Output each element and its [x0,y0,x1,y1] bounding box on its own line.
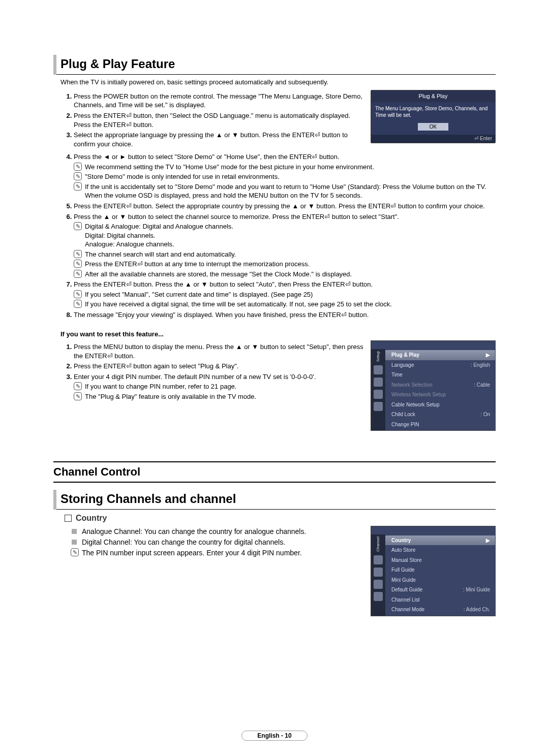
reset-step-3: Enter your 4 digit PIN number. The defau… [74,372,364,401]
note-icon: ✎ [74,392,82,400]
intro-text: When the TV is initially powered on, bas… [53,75,496,90]
tab-icon[interactable] [374,580,383,589]
note-4a: ✎We recommend setting the TV to "Home Us… [74,163,496,172]
tab-icon[interactable] [374,568,383,577]
tab-icon[interactable] [374,365,383,374]
tab-icon[interactable] [374,592,383,601]
checkbox-icon [65,515,72,522]
menu-item-language[interactable]: Language: English [385,360,495,370]
osd-ok-button[interactable]: OK [418,123,448,131]
step-5: Press the ENTER⏎ button. Select the appr… [74,202,496,211]
note-4b: ✎"Store Demo" mode is only intended for … [74,172,496,181]
setup-menu: Setup Plug & Play▶ Language: English Tim… [371,340,496,431]
steps-list-top: Press the POWER button on the remote con… [60,92,364,148]
menu-item-full-guide[interactable]: Full Guide [385,565,495,575]
bullet-digital: Digital Channel: You can change the coun… [71,538,364,547]
reset-step-1: Press the MENU button to display the men… [74,342,364,360]
menu-item-child-lock[interactable]: Child Lock: On [385,410,495,420]
menu-top-bar [371,341,495,349]
note-7a: ✎If you select "Manual", "Set current da… [74,290,496,299]
note-6b: ✎The channel search will start and end a… [74,250,496,259]
note-6d: ✎After all the available channels are st… [74,270,496,279]
step-3: Select the appropriate language by press… [74,131,364,148]
osd-popup-title: Plug & Play [371,90,495,102]
tab-label-setup: Setup [376,351,381,362]
tab-icon[interactable] [374,402,383,411]
note-icon: ✎ [71,548,79,556]
tab-icon[interactable] [374,390,383,399]
note-icon: ✎ [74,300,82,308]
step-1: Press the POWER button on the remote con… [74,92,364,110]
note-icon: ✎ [74,182,82,191]
note-icon: ✎ [74,382,82,390]
step-4: Press the ◄ or ► button to select "Store… [74,152,496,200]
note-pin: ✎The PIN number input screen appears. En… [71,548,364,558]
menu-top-bar [371,526,495,534]
menu-item-plug-play[interactable]: Plug & Play▶ [385,350,495,360]
menu-item-mini-guide[interactable]: Mini Guide [385,575,495,585]
note-icon: ✎ [74,163,82,171]
country-row: Analogue Channel: You can change the cou… [53,526,496,616]
menu-item-default-guide[interactable]: Default Guide: Mini Guide [385,585,495,595]
step-7: Press the ENTER⏎ button. Press the ▲ or … [74,280,496,309]
menu-tabs: Channel [371,534,385,616]
osd-enter-hint: ⏎ Enter [371,135,495,143]
chevron-right-icon: ▶ [486,537,490,544]
heading-text: Storing Channels and channel [56,490,496,510]
bullet-analogue: Analogue Channel: You can change the cou… [71,527,364,537]
reset-step-2: Press the ENTER⏎ button again to select … [74,362,364,371]
heading-plug-play: Plug & Play Feature [53,55,496,75]
step-8: The message "Enjoy your viewing" is disp… [74,310,496,320]
bullet-icon [72,529,77,534]
note-icon: ✎ [74,270,82,278]
menu-item-channel-list[interactable]: Channel List [385,595,495,605]
note-7b: ✎If you have received a digital signal, … [74,300,496,309]
menu-item-country[interactable]: Country▶ [385,536,495,546]
chevron-right-icon: ▶ [486,352,490,359]
channel-menu: Channel Country▶ Auto Store Manual Store… [371,526,496,616]
note-6c: ✎Press the ENTER⏎ button at any time to … [74,260,496,269]
heading-storing-channels: Storing Channels and channel [53,490,496,510]
bullet-icon [72,540,77,545]
osd-popup: Plug & Play The Menu Language, Store Dem… [371,90,496,143]
channel-menu-items: Country▶ Auto Store Manual Store Full Gu… [385,534,495,616]
note-icon: ✎ [74,250,82,258]
reset-header: If you want to reset this feature... [60,330,496,339]
note-r3b: ✎The "Plug & Play" feature is only avail… [74,392,364,401]
reset-steps: Press the MENU button to display the men… [60,342,364,401]
tab-label-channel: Channel [376,537,381,552]
reset-row: Press the MENU button to display the men… [53,340,496,431]
subheading-country: Country [65,513,496,524]
step-6: Press the ▲ or ▼ button to select the ch… [74,212,496,279]
steps-with-popup-row: Press the POWER button on the remote con… [53,90,496,150]
note-4c: ✎If the unit is accidentally set to "Sto… [74,182,496,200]
menu-item-manual-store[interactable]: Manual Store [385,555,495,565]
note-icon: ✎ [74,172,82,180]
page-footer: English - 10 [0,731,549,741]
steps-list-cont: Press the ◄ or ► button to select "Store… [60,152,496,319]
note-icon: ✎ [74,290,82,298]
tab-icon[interactable] [374,377,383,387]
note-icon: ✎ [74,222,82,230]
menu-item-time[interactable]: Time [385,370,495,380]
note-6a: ✎ Digital & Analogue: Digital and Analog… [74,222,496,249]
osd-popup-message: The Menu Language, Store Demo, Channels,… [371,102,495,123]
setup-menu-items: Plug & Play▶ Language: English Time Netw… [385,349,495,430]
heading-channel-control: Channel Control [53,461,496,483]
heading-text: Plug & Play Feature [56,55,496,75]
menu-tabs: Setup [371,349,385,430]
note-icon: ✎ [74,260,82,268]
menu-item-auto-store[interactable]: Auto Store [385,545,495,555]
tab-icon[interactable] [374,555,383,564]
menu-item-channel-mode[interactable]: Channel Mode: Added Ch. [385,605,495,615]
step-2: Press the ENTER⏎ button, then "Select th… [74,111,364,129]
menu-item-network-selection: Network Selection: Cable [385,380,495,390]
menu-item-wireless-setup: Wireless Network Setup [385,390,495,400]
footer-text: English - 10 [241,731,307,741]
menu-item-change-pin[interactable]: Change PIN [385,420,495,430]
menu-item-cable-setup[interactable]: Cable Network Setup [385,400,495,410]
note-r3a: ✎If you want to change PIN number, refer… [74,382,364,391]
document-page: Plug & Play Feature When the TV is initi… [0,0,549,756]
